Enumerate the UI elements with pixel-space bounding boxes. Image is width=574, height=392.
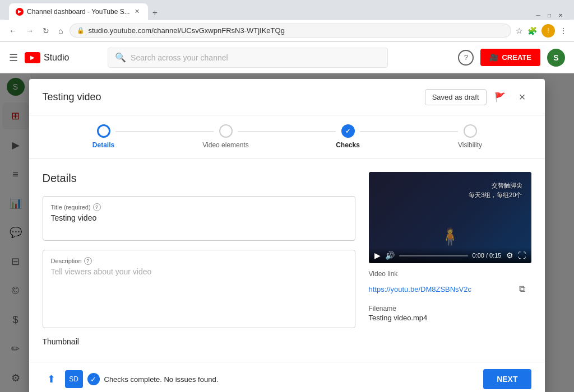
modal-overlay: Testing video Saved as draft 🚩 × Details: [0, 73, 574, 392]
main-content: Testing video Saved as draft 🚩 × Details: [31, 73, 574, 392]
address-actions: ☆ 🧩 ! ⋮: [516, 24, 567, 38]
video-text-overlay: 交替触脚尖 每天3组，每组20个: [469, 181, 522, 199]
title-field-value: Testing video: [51, 213, 347, 222]
video-figure: 🧍: [439, 227, 460, 246]
hamburger-menu-button[interactable]: ☰: [9, 52, 18, 64]
video-link-url[interactable]: https://youtu.be/DM8ZSBNsV2c: [369, 285, 509, 293]
forward-button[interactable]: →: [24, 24, 36, 38]
bookmark-icon[interactable]: ☆: [516, 26, 523, 35]
security-icon: 🔒: [77, 27, 85, 34]
steps-bar: Details Video elements ✓ Checks Visi: [29, 115, 545, 158]
studio-body: S ⊞ ▶ ≡ 📊 💬 ⊟ © $: [0, 73, 574, 392]
tab-bar: ▶ Channel dashboard - YouTube S... ✕ + ─…: [4, 0, 570, 20]
studio-logo: ▶ Studio: [25, 52, 69, 63]
studio-header: ☰ ▶ Studio 🔍 Search across your channel …: [0, 42, 574, 73]
description-placeholder: Tell viewers about your video: [51, 267, 347, 276]
step-checks-label: Checks: [336, 141, 360, 149]
title-field-group: Title (required) ? Testing video: [43, 196, 355, 241]
upload-modal: Testing video Saved as draft 🚩 × Details: [29, 79, 545, 392]
flag-button[interactable]: 🚩: [491, 88, 509, 106]
reload-button[interactable]: ↻: [40, 24, 52, 38]
video-time: 0:00 / 0:15: [473, 252, 502, 259]
profile-icon[interactable]: !: [541, 24, 555, 38]
active-tab[interactable]: ▶ Channel dashboard - YouTube S... ✕: [9, 3, 148, 20]
step-details-label: Details: [92, 141, 114, 149]
step-visibility-circle: [464, 124, 477, 138]
url-input[interactable]: 🔒 studio.youtube.com/channel/UCsvGxwpnFR…: [70, 24, 511, 38]
title-help-icon[interactable]: ?: [93, 203, 101, 211]
home-button[interactable]: ⌂: [56, 24, 65, 38]
description-help-icon[interactable]: ?: [84, 257, 92, 265]
title-bar: ▶ Channel dashboard - YouTube S... ✕ + ─…: [0, 0, 574, 20]
details-section-title: Details: [43, 172, 355, 185]
modal-title: Testing video: [43, 91, 425, 103]
volume-button[interactable]: 🔊: [385, 251, 395, 260]
video-overlay-line2: 每天3组，每组20个: [469, 190, 522, 200]
upload-icon-button[interactable]: ⬆: [43, 370, 61, 388]
description-input-box[interactable]: Description ? Tell viewers about your vi…: [43, 250, 355, 328]
video-controls: ▶ 🔊 0:00 / 0:15 ⚙ ⛶: [369, 248, 531, 263]
filename-label: Filename: [369, 305, 531, 312]
tab-favicon: ▶: [16, 8, 24, 16]
user-avatar[interactable]: S: [547, 49, 565, 67]
modal-header-actions: Saved as draft 🚩 ×: [425, 88, 531, 106]
studio-label: Studio: [44, 53, 69, 63]
saved-as-draft-button[interactable]: Saved as draft: [425, 89, 487, 105]
footer-icons: ⬆ SD ✓: [43, 370, 100, 388]
studio-app: ☰ ▶ Studio 🔍 Search across your channel …: [0, 42, 574, 372]
browser-chrome: ▶ Channel dashboard - YouTube S... ✕ + ─…: [0, 0, 574, 42]
studio-header-actions: ? 🎥 CREATE S: [458, 49, 564, 67]
new-tab-button[interactable]: +: [150, 6, 160, 20]
search-icon: 🔍: [115, 52, 126, 63]
checks-complete-icon: ✓: [87, 373, 100, 385]
step-visibility-label: Visibility: [458, 141, 482, 149]
modal-right-panel: 交替触脚尖 每天3组，每组20个 🧍 ▶ 🔊: [369, 172, 531, 348]
modal-header: Testing video Saved as draft 🚩 ×: [29, 79, 545, 115]
video-link-section: Video link https://youtu.be/DM8ZSBNsV2c …: [369, 270, 531, 298]
url-text: studio.youtube.com/channel/UCsvGxwpnFRsN…: [88, 26, 284, 35]
play-button[interactable]: ▶: [374, 251, 381, 260]
youtube-icon: ▶: [25, 52, 40, 63]
camera-icon: 🎥: [489, 53, 498, 62]
description-field-group: Description ? Tell viewers about your vi…: [43, 250, 355, 328]
studio-search-bar[interactable]: 🔍 Search across your channel: [108, 48, 388, 68]
checks-status-text: Checks complete. No issues found.: [104, 375, 219, 384]
tab-close-button[interactable]: ✕: [133, 8, 141, 16]
video-overlay-line1: 交替触脚尖: [469, 181, 522, 190]
video-progress-bar[interactable]: [399, 255, 468, 256]
modal-close-button[interactable]: ×: [513, 88, 531, 106]
minimize-button[interactable]: ─: [534, 11, 543, 20]
step-details[interactable]: Details: [43, 124, 165, 149]
filename-value: Testing video.mp4: [369, 314, 531, 322]
thumbnail-section-label: Thumbnail: [43, 337, 355, 346]
copy-link-button[interactable]: ⧉: [513, 280, 531, 298]
modal-left-panel: Details Title (required) ? Testing video: [43, 172, 355, 348]
settings-video-button[interactable]: ⚙: [506, 251, 513, 260]
step-checks[interactable]: ✓ Checks: [287, 124, 409, 149]
video-link-label: Video link: [369, 270, 531, 278]
menu-icon[interactable]: ⋮: [559, 26, 567, 35]
back-button[interactable]: ←: [7, 24, 19, 38]
create-button[interactable]: 🎥 CREATE: [480, 49, 540, 66]
title-input-box[interactable]: Title (required) ? Testing video: [43, 196, 355, 241]
step-checks-circle: ✓: [341, 124, 355, 138]
close-window-button[interactable]: ✕: [556, 11, 565, 20]
modal-footer: ⬆ SD ✓ Checks complete. No issues found.…: [29, 362, 545, 392]
filename-section: Filename Testing video.mp4: [369, 305, 531, 322]
step-visibility[interactable]: Visibility: [409, 124, 531, 149]
title-field-label: Title (required) ?: [51, 203, 347, 211]
step-video-elements[interactable]: Video elements: [165, 124, 287, 149]
video-background: 交替触脚尖 每天3组，每组20个 🧍 ▶ 🔊: [369, 172, 531, 263]
autosave-icon-button[interactable]: SD: [65, 370, 83, 388]
maximize-button[interactable]: □: [545, 11, 554, 20]
tab-title: Channel dashboard - YouTube S...: [27, 8, 130, 16]
next-button[interactable]: NEXT: [483, 369, 531, 389]
video-preview: 交替触脚尖 每天3组，每组20个 🧍 ▶ 🔊: [369, 172, 531, 263]
modal-body: Details Title (required) ? Testing video: [29, 158, 545, 362]
video-link-row: https://youtu.be/DM8ZSBNsV2c ⧉: [369, 280, 531, 298]
step-video-elements-circle: [219, 124, 233, 138]
help-button[interactable]: ?: [458, 50, 474, 66]
window-controls: ─ □ ✕: [534, 11, 565, 20]
fullscreen-button[interactable]: ⛶: [518, 251, 526, 260]
extensions-icon[interactable]: 🧩: [527, 26, 537, 35]
